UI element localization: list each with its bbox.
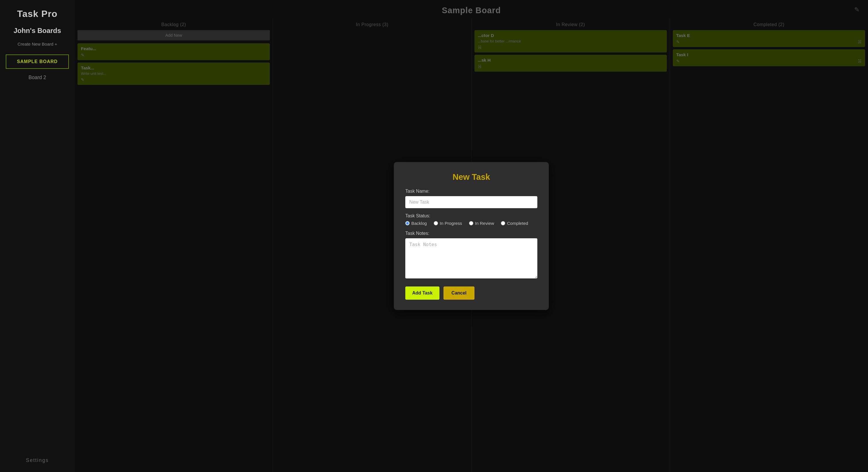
status-completed-label: Completed	[507, 221, 528, 226]
status-completed[interactable]: Completed	[501, 221, 528, 226]
radio-backlog[interactable]	[405, 221, 410, 225]
main-content: Sample Board ✎ Backlog (2) Add New Featu…	[74, 0, 868, 472]
modal-title: New Task	[405, 172, 537, 182]
status-in-progress-label: In Progress	[440, 221, 462, 226]
task-status-label: Task Status:	[405, 213, 537, 218]
modal-overlay: New Task Task Name: Task Status: Backlog…	[74, 0, 868, 472]
new-task-modal: New Task Task Name: Task Status: Backlog…	[394, 162, 549, 310]
task-name-input[interactable]	[405, 196, 537, 208]
boards-heading: John's Boards	[13, 27, 61, 35]
radio-in-review[interactable]	[469, 221, 473, 225]
task-notes-label: Task Notes:	[405, 231, 537, 236]
radio-completed[interactable]	[501, 221, 505, 225]
task-notes-textarea[interactable]	[405, 238, 537, 278]
status-in-review-label: In Review	[475, 221, 494, 226]
app-title: Task Pro	[17, 9, 58, 19]
task-name-label: Task Name:	[405, 189, 537, 194]
modal-buttons: Add Task Cancel	[405, 286, 537, 300]
create-new-board-button[interactable]: Create New Board +	[18, 42, 57, 46]
radio-in-progress[interactable]	[434, 221, 438, 225]
status-backlog-label: Backlog	[411, 221, 427, 226]
board2-item[interactable]: Board 2	[28, 74, 46, 80]
sidebar: Task Pro John's Boards Create New Board …	[0, 0, 74, 472]
status-in-review[interactable]: In Review	[469, 221, 494, 226]
settings-label[interactable]: Settings	[26, 458, 49, 463]
status-options: Backlog In Progress In Review Completed	[405, 221, 537, 226]
status-in-progress[interactable]: In Progress	[434, 221, 462, 226]
sample-board-button[interactable]: SAMPLE BOARD	[6, 55, 69, 69]
status-backlog[interactable]: Backlog	[405, 221, 427, 226]
cancel-button[interactable]: Cancel	[443, 286, 474, 300]
add-task-button[interactable]: Add Task	[405, 286, 439, 300]
